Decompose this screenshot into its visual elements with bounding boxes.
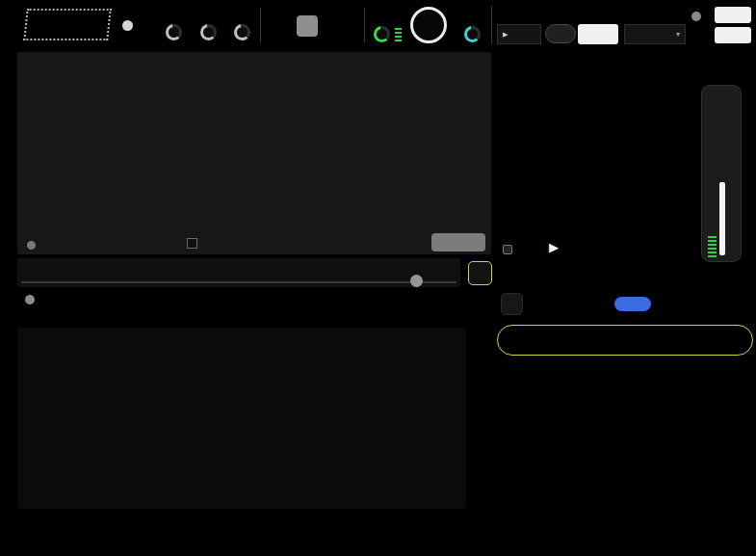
sample-overview[interactable]	[17, 258, 460, 287]
bpm-display[interactable]: ▶	[497, 24, 541, 44]
spray-knob[interactable]	[166, 24, 182, 40]
grab-hand-icon[interactable]	[268, 13, 285, 31]
header-rnd-toggle[interactable]	[122, 20, 133, 31]
rec-button[interactable]	[410, 7, 447, 43]
app-logo	[23, 9, 111, 40]
load-button[interactable]	[431, 233, 485, 252]
seq-steps	[17, 293, 470, 326]
waveform-panel[interactable]	[17, 52, 491, 254]
pad-grid	[493, 50, 756, 511]
overview-scroll-handle[interactable]	[410, 275, 423, 287]
chevron-down-icon: ▾	[676, 30, 680, 39]
divider	[491, 6, 492, 44]
xy-pad[interactable]	[297, 15, 318, 37]
continuous-toggle[interactable]	[27, 241, 36, 250]
tap-button[interactable]	[545, 24, 576, 43]
init-toggle[interactable]	[691, 12, 701, 21]
bpm-drag-icon: ▶	[503, 31, 508, 39]
to-fx-knob[interactable]	[464, 26, 481, 42]
bottom-bar: → ▶ ▶ → →	[0, 511, 756, 556]
in-vol-knob[interactable]	[374, 26, 390, 42]
density-knob[interactable]	[200, 24, 217, 40]
root-select[interactable]	[578, 24, 618, 44]
overview-scroll-track[interactable]	[21, 281, 456, 283]
divider	[364, 8, 365, 42]
in-level-leds	[395, 27, 402, 41]
divider	[260, 8, 261, 42]
sequencer-row	[17, 291, 470, 326]
mpe-button[interactable]	[715, 27, 751, 43]
right-panel: ▶	[493, 50, 756, 511]
step-editor[interactable]	[17, 328, 466, 509]
normalize-checkbox[interactable]	[187, 238, 197, 249]
tail-knob[interactable]	[234, 24, 250, 40]
overview-waveform	[17, 258, 460, 281]
scale-select[interactable]: ▾	[624, 24, 686, 44]
app-window: ▶ ▾	[0, 0, 756, 556]
top-bar: ▶ ▾	[0, 0, 756, 50]
wave-zoom-button[interactable]	[468, 261, 492, 285]
midi-button[interactable]	[715, 7, 751, 23]
grain-markers	[17, 52, 491, 254]
lane-selector-column	[468, 326, 493, 515]
